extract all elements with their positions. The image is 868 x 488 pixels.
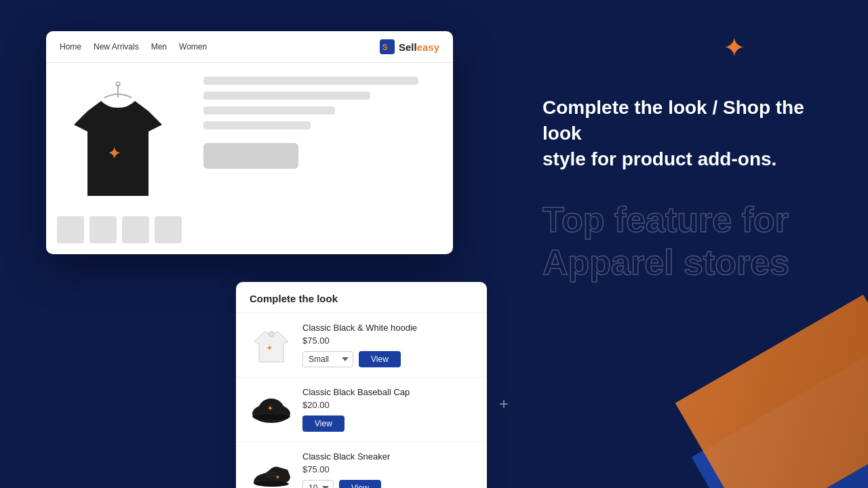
- right-content: Complete the look / Shop the look style …: [542, 95, 841, 283]
- item-2-details: Classic Black Baseball Cap $20.00 View: [302, 387, 473, 432]
- item-1-price: $75.00: [302, 336, 473, 346]
- product-area: ✦: [46, 63, 453, 254]
- subtext-line2: Apparel stores: [542, 241, 841, 283]
- nav-women[interactable]: Women: [179, 42, 207, 52]
- complete-look-panel: Complete the look ✦ Classic Black & Whit…: [236, 282, 487, 488]
- logo-text: Selleasy: [399, 41, 439, 53]
- nav-links: Home New Arrivals Men Women: [60, 42, 207, 52]
- skeleton-title: [203, 77, 418, 85]
- browser-wrapper: Home New Arrivals Men Women S Selleasy: [46, 31, 494, 487]
- product-main-image: ✦: [57, 74, 179, 209]
- svg-point-9: [255, 481, 289, 487]
- thumbnail-4[interactable]: [155, 216, 182, 243]
- sneaker-image: ✦: [250, 452, 293, 488]
- item-3-size-select[interactable]: 8 9 10 11 12: [302, 480, 334, 488]
- skeleton-size: [203, 121, 311, 129]
- nav-new-arrivals[interactable]: New Arrivals: [94, 42, 139, 52]
- thumbnail-1[interactable]: [57, 216, 84, 243]
- svg-text:✦: ✦: [108, 145, 120, 162]
- thumbnail-2[interactable]: [90, 216, 117, 243]
- item-1-size-select[interactable]: Small Medium Large: [302, 351, 353, 367]
- svg-text:S: S: [382, 43, 388, 52]
- cap-svg: ✦: [250, 392, 293, 427]
- item-3-details: Classic Black Sneaker $75.00 8 9 10 11 1…: [302, 451, 473, 488]
- item-2-view-button[interactable]: View: [302, 415, 344, 432]
- item-3-controls: 8 9 10 11 12 View: [302, 480, 473, 488]
- svg-text:✦: ✦: [267, 344, 273, 352]
- item-2-name: Classic Black Baseball Cap: [302, 387, 473, 397]
- bg-stripe-orange: [675, 295, 868, 488]
- sneaker-svg: ✦: [250, 456, 293, 488]
- item-1-view-button[interactable]: View: [359, 351, 401, 367]
- thumbnail-row: [57, 216, 193, 243]
- svg-text:✦: ✦: [267, 405, 273, 412]
- item-1-name: Classic Black & White hoodie: [302, 323, 473, 333]
- browser-mockup: Home New Arrivals Men Women S Selleasy: [46, 31, 453, 254]
- nav-home[interactable]: Home: [60, 42, 81, 52]
- bg-stripe-blue: [692, 355, 868, 488]
- item-2-controls: View: [302, 415, 473, 432]
- item-3-view-button[interactable]: View: [339, 480, 381, 488]
- product-image-col: ✦: [57, 74, 193, 243]
- headline: Complete the look / Shop the look style …: [542, 95, 841, 171]
- skeleton-price: [203, 106, 335, 115]
- logo-icon: S: [380, 39, 395, 54]
- plus-icon: +: [499, 394, 509, 413]
- hoodie-svg: ✦: [251, 325, 292, 365]
- list-item: ✦ Classic Black Baseball Cap $20.00 View: [236, 378, 487, 442]
- list-item: ✦ Classic Black Sneaker $75.00 8 9 10 11…: [236, 442, 487, 488]
- tshirt-image: ✦: [67, 77, 169, 206]
- nav-bar: Home New Arrivals Men Women S Selleasy: [46, 31, 453, 63]
- nav-men[interactable]: Men: [151, 42, 167, 52]
- item-3-price: $75.00: [302, 464, 473, 474]
- svg-text:✦: ✦: [275, 474, 280, 481]
- star-icon: ✦: [723, 34, 746, 61]
- panel-header: Complete the look: [236, 282, 487, 313]
- cap-image: ✦: [250, 388, 293, 431]
- logo: S Selleasy: [380, 39, 439, 54]
- skeleton-subtitle: [203, 92, 370, 100]
- skeleton-button: [203, 143, 298, 169]
- subtext-line1: Top feature for: [542, 199, 841, 241]
- list-item: ✦ Classic Black & White hoodie $75.00 Sm…: [236, 313, 487, 378]
- item-1-details: Classic Black & White hoodie $75.00 Smal…: [302, 323, 473, 367]
- item-1-controls: Small Medium Large View: [302, 351, 473, 367]
- thumbnail-3[interactable]: [122, 216, 149, 243]
- svg-point-5: [269, 331, 274, 337]
- item-2-price: $20.00: [302, 400, 473, 410]
- item-3-name: Classic Black Sneaker: [302, 451, 473, 462]
- hoodie-image: ✦: [250, 323, 293, 367]
- product-info-col: [203, 74, 442, 243]
